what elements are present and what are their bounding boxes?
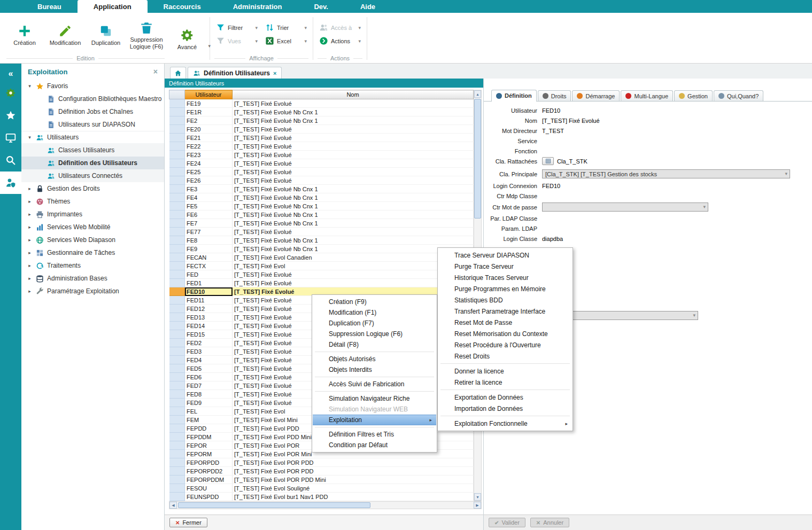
fermer-button[interactable]: ✕ Fermer bbox=[169, 518, 207, 527]
row-gutter[interactable] bbox=[169, 476, 185, 484]
filtrer-button[interactable]: Filtrer▾ bbox=[212, 21, 261, 34]
row-gutter[interactable] bbox=[169, 458, 185, 467]
cell-utilisateur[interactable]: FE9 bbox=[185, 245, 233, 253]
cell-nom[interactable]: [T_TEST] Fixé Evolué Nb Cnx 1 bbox=[233, 202, 474, 211]
row-gutter[interactable] bbox=[169, 176, 185, 185]
floating-combo[interactable] bbox=[571, 311, 698, 320]
menu-item-reset-memorisation-du-contexte[interactable]: Reset Mémorisation du Contexte bbox=[438, 328, 572, 339]
row-gutter[interactable] bbox=[169, 185, 185, 193]
row-gutter[interactable] bbox=[169, 305, 185, 313]
row-gutter[interactable] bbox=[169, 450, 185, 458]
excel-button[interactable]: Excel▾ bbox=[261, 34, 311, 48]
table-row[interactable]: FE20[T_TEST] Fixé Evolué bbox=[169, 125, 474, 134]
vues-button[interactable]: Vues▾ bbox=[212, 34, 261, 48]
menu-item-purge-trace-serveur[interactable]: Purge Trace Serveur bbox=[438, 261, 572, 272]
acces-a-button[interactable]: Accès à▾ bbox=[315, 21, 365, 34]
table-row[interactable]: FEUNSPDD[T_TEST] Fixé Evol bur1 Nav1 PDD bbox=[169, 493, 474, 501]
annuler-button[interactable]: ✕ Annuler bbox=[530, 518, 569, 527]
modification-button[interactable]: Modification bbox=[45, 22, 86, 46]
cell-utilisateur[interactable]: FED14 bbox=[185, 322, 233, 330]
cell-utilisateur[interactable]: FEPOR bbox=[185, 441, 233, 450]
cell-utilisateur[interactable]: FED5 bbox=[185, 364, 233, 373]
chevron-down-icon[interactable]: ▾ bbox=[27, 83, 33, 89]
menu-item-suppression-logique-f6[interactable]: Suppression Logique (F6) bbox=[313, 329, 436, 339]
cell-utilisateur[interactable]: FEUNSPDD bbox=[185, 493, 233, 501]
menu-raccourcis[interactable]: Raccourcis bbox=[148, 0, 217, 13]
cell-utilisateur[interactable]: FE5 bbox=[185, 202, 233, 211]
chevron-right-icon[interactable]: ▸ bbox=[27, 199, 33, 204]
dropdown-arrow-icon[interactable]: ▾ bbox=[302, 25, 307, 30]
menu-item-detail-f8[interactable]: Détail (F8) bbox=[313, 339, 436, 350]
menu-item-historique-traces-serveur[interactable]: Historique Traces Serveur bbox=[438, 272, 572, 283]
row-gutter[interactable] bbox=[169, 381, 185, 390]
cell-nom[interactable]: [T_TEST] Fixé Evolué bbox=[233, 176, 474, 185]
chevron-right-icon[interactable]: ▸ bbox=[27, 289, 33, 294]
cell-nom[interactable]: [T_TEST] Fixé Evol Souligné bbox=[233, 484, 474, 493]
tab-home[interactable] bbox=[170, 67, 186, 79]
tab-droits[interactable]: Droits bbox=[538, 90, 571, 101]
column-header-gutter[interactable] bbox=[169, 90, 185, 99]
avance-button[interactable]: Avancé▾ bbox=[167, 26, 207, 51]
cell-utilisateur[interactable]: FEL bbox=[185, 407, 233, 416]
sidebar-item-favoris[interactable]: ▾Favoris bbox=[21, 80, 164, 92]
row-gutter[interactable] bbox=[169, 151, 185, 159]
dropdown-arrow-icon[interactable]: ▾ bbox=[253, 38, 258, 44]
menu-item-definition-filtres-et-tris[interactable]: Définition Filtres et Tris bbox=[313, 429, 436, 440]
cell-nom[interactable]: [T_TEST] Fixé Evolué Nb Cnx 1 bbox=[233, 211, 474, 219]
cell-utilisateur[interactable]: FEM bbox=[185, 416, 233, 424]
row-gutter[interactable] bbox=[169, 416, 185, 424]
cell-utilisateur[interactable]: FE8 bbox=[185, 236, 233, 245]
gear-button[interactable] bbox=[0, 82, 21, 104]
row-gutter[interactable] bbox=[169, 219, 185, 228]
menu-item-reset-mot-de-passe[interactable]: Reset Mot de Passe bbox=[438, 317, 572, 328]
sidebar-item-utilisateurs-connectes[interactable]: Utilisateurs Connectés bbox=[21, 169, 164, 182]
dropdown-arrow-icon[interactable]: ▾ bbox=[208, 43, 211, 49]
tab-close-icon[interactable]: × bbox=[273, 70, 276, 76]
field-combo[interactable] bbox=[542, 202, 708, 212]
table-row[interactable]: FE9[T_TEST] Fixé Evolué Nb Cnx 1 bbox=[169, 245, 474, 253]
tab-definition-utilisateurs[interactable]: Définition Utilisateurs × bbox=[188, 67, 282, 79]
table-row[interactable]: FE22[T_TEST] Fixé Evolué bbox=[169, 142, 474, 151]
row-gutter[interactable] bbox=[169, 159, 185, 168]
cell-nom[interactable]: [T_TEST] Fixé Evol POR PDD bbox=[233, 458, 474, 467]
sidebar-item-traitements[interactable]: ▸Traitements bbox=[21, 259, 164, 272]
row-gutter[interactable] bbox=[169, 322, 185, 330]
cell-nom[interactable]: [T_TEST] Fixé Evol bur1 Nav1 PDD bbox=[233, 493, 474, 501]
table-row[interactable]: FE3[T_TEST] Fixé Evolué Nb Cnx 1 bbox=[169, 185, 474, 193]
menu-item-exploitation-fonctionnelle[interactable]: Exploitation Fonctionnelle▸ bbox=[438, 418, 572, 429]
row-gutter[interactable] bbox=[169, 125, 185, 134]
field-combo[interactable]: [Cla_T_STK] [T_TEST] Gestion des stocks bbox=[542, 169, 790, 178]
cell-utilisateur[interactable]: FED15 bbox=[185, 330, 233, 339]
menu-item-exploitation[interactable]: Exploitation▸ bbox=[313, 415, 436, 425]
row-gutter[interactable] bbox=[169, 228, 185, 236]
cell-utilisateur[interactable]: FEPORM bbox=[185, 450, 233, 458]
table-row[interactable]: FE26[T_TEST] Fixé Evolué bbox=[169, 176, 474, 185]
tab-qui-quand[interactable]: Qui,Quand? bbox=[714, 90, 763, 101]
cell-nom[interactable]: [T_TEST] Fixé Evolué bbox=[233, 142, 474, 151]
row-gutter[interactable] bbox=[169, 313, 185, 322]
menu-application[interactable]: Application bbox=[78, 0, 148, 13]
cell-nom[interactable]: [T_TEST] Fixé Evolué bbox=[233, 151, 474, 159]
row-gutter[interactable] bbox=[169, 399, 185, 407]
chevron-down-icon[interactable]: ▾ bbox=[27, 135, 33, 140]
row-gutter[interactable] bbox=[169, 296, 185, 305]
dropdown-arrow-icon[interactable]: ▾ bbox=[302, 38, 307, 44]
cell-utilisateur[interactable]: FED13 bbox=[185, 313, 233, 322]
table-row[interactable]: FE4[T_TEST] Fixé Evolué Nb Cnx 1 bbox=[169, 193, 474, 202]
row-gutter[interactable] bbox=[169, 279, 185, 287]
cell-nom[interactable]: [T_TEST] Fixé Evolué bbox=[233, 134, 474, 142]
cell-nom[interactable]: [T_TEST] Fixé Evolué bbox=[233, 159, 474, 168]
cell-nom[interactable]: [T_TEST] Fixé Evolué bbox=[233, 99, 474, 108]
cell-utilisateur[interactable]: FE4 bbox=[185, 193, 233, 202]
combo-box[interactable] bbox=[571, 311, 698, 320]
menu-dev[interactable]: Dev. bbox=[298, 0, 344, 13]
cell-nom[interactable]: [T_TEST] Fixé Evolué Nb Cnx 1 bbox=[233, 116, 474, 125]
row-gutter[interactable] bbox=[169, 330, 185, 339]
monitor-button[interactable] bbox=[0, 127, 21, 149]
table-row[interactable]: FECTX[T_TEST] Fixé Evol bbox=[169, 262, 474, 270]
cell-utilisateur[interactable]: FE23 bbox=[185, 151, 233, 159]
row-gutter[interactable] bbox=[169, 390, 185, 399]
menu-item-donner-la-licence[interactable]: Donner la licence bbox=[438, 365, 572, 377]
menu-item-statistiques-bdd[interactable]: Statistiques BDD bbox=[438, 294, 572, 306]
table-row[interactable]: FEPORPDD[T_TEST] Fixé Evol POR PDD bbox=[169, 458, 474, 467]
